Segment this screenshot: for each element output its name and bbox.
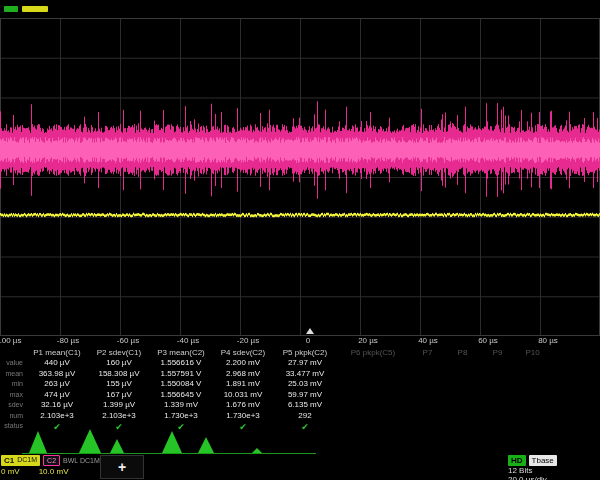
crosshair-button[interactable]: + bbox=[100, 455, 144, 479]
time-label: 0 bbox=[306, 336, 310, 345]
measure-value bbox=[515, 400, 550, 411]
measure-column-header[interactable]: P5 pkpk(C2) bbox=[274, 347, 336, 358]
measure-column-p7[interactable]: P7 bbox=[410, 347, 445, 433]
measure-value: 158.308 µV bbox=[88, 369, 150, 380]
measure-value bbox=[480, 390, 515, 401]
measure-value: 1.891 mV bbox=[212, 379, 274, 390]
time-axis: -100 µs-80 µs-60 µs-40 µs-20 µs020 µs40 … bbox=[0, 336, 600, 347]
measure-value: 160 µV bbox=[88, 358, 150, 369]
measure-column-header[interactable]: P7 bbox=[410, 347, 445, 358]
measure-value: 1.399 µV bbox=[88, 400, 150, 411]
measure-value: 6.135 mV bbox=[274, 400, 336, 411]
measure-value: 32.16 µV bbox=[26, 400, 88, 411]
descriptor-bar: C1 DC1M C2 BWL DC1M 0 mV 10.0 mV + HD Tb… bbox=[0, 454, 600, 480]
waveform-canvas[interactable] bbox=[0, 18, 600, 336]
measure-value: 474 µV bbox=[26, 390, 88, 401]
c1-header-chip[interactable]: C1 DC1M bbox=[1, 455, 40, 466]
measure-value bbox=[336, 369, 410, 380]
adc-bits: 12 Bits bbox=[508, 466, 598, 475]
measure-column-header[interactable]: P1 mean(C1) bbox=[26, 347, 88, 358]
measure-row-label: value bbox=[0, 358, 26, 369]
waveform-display[interactable] bbox=[0, 18, 600, 336]
measure-value bbox=[445, 390, 480, 401]
measure-value bbox=[445, 369, 480, 380]
measure-value: 440 µV bbox=[26, 358, 88, 369]
measure-status-check bbox=[445, 421, 480, 433]
measure-row-label: min bbox=[0, 379, 26, 390]
acquisition-status-marker bbox=[4, 6, 18, 12]
measure-value: 1.676 mV bbox=[212, 400, 274, 411]
measure-value: 1.557591 V bbox=[150, 369, 212, 380]
time-label: 60 µs bbox=[478, 336, 498, 345]
c2-coupling: BWL DC1M bbox=[63, 457, 100, 464]
measure-row-labels: valuemeanminmaxsdevnumstatus bbox=[0, 347, 26, 433]
measure-value: 25.03 mV bbox=[274, 379, 336, 390]
measure-column-header[interactable]: P10 bbox=[515, 347, 550, 358]
measure-column-p9[interactable]: P9 bbox=[480, 347, 515, 433]
measure-column-header[interactable]: P8 bbox=[445, 347, 480, 358]
measure-value bbox=[410, 358, 445, 369]
measure-value bbox=[515, 390, 550, 401]
measure-status-check bbox=[515, 421, 550, 433]
measure-column-p10[interactable]: P10 bbox=[515, 347, 550, 433]
tbase-chip[interactable]: Tbase bbox=[529, 455, 557, 466]
measure-value bbox=[480, 369, 515, 380]
trigger-time-marker[interactable] bbox=[306, 328, 314, 334]
measure-value bbox=[336, 411, 410, 422]
measure-value: 1.730e+3 bbox=[150, 411, 212, 422]
time-per-div: 20.0 µs/div bbox=[508, 475, 598, 480]
measure-column-header[interactable]: P2 sdev(C1) bbox=[88, 347, 150, 358]
measure-column-p2[interactable]: P2 sdev(C1)160 µV158.308 µV155 µV167 µV1… bbox=[88, 347, 150, 433]
measure-column-p3[interactable]: P3 mean(C2)1.556616 V1.557591 V1.550084 … bbox=[150, 347, 212, 433]
oscilloscope-screen: -100 µs-80 µs-60 µs-40 µs-20 µs020 µs40 … bbox=[0, 0, 600, 480]
measure-column-p8[interactable]: P8 bbox=[445, 347, 480, 433]
measure-value bbox=[410, 400, 445, 411]
measure-value: 1.550084 V bbox=[150, 379, 212, 390]
measure-value bbox=[480, 358, 515, 369]
time-label: -80 µs bbox=[57, 336, 79, 345]
measure-value: 1.730e+3 bbox=[212, 411, 274, 422]
crosshair-icon: + bbox=[118, 460, 126, 474]
measure-value: 167 µV bbox=[88, 390, 150, 401]
measure-column-header[interactable]: P3 mean(C2) bbox=[150, 347, 212, 358]
measurement-table[interactable]: valuemeanminmaxsdevnumstatusP1 mean(C1)4… bbox=[0, 347, 600, 433]
measure-value bbox=[515, 369, 550, 380]
measure-value bbox=[336, 379, 410, 390]
timebase-descriptor[interactable]: HD Tbase 12 Bits 20.0 µs/div bbox=[508, 455, 598, 480]
measure-status-check bbox=[336, 421, 410, 433]
time-label: -100 µs bbox=[0, 336, 21, 345]
measure-value: 292 bbox=[274, 411, 336, 422]
measure-column-p5[interactable]: P5 pkpk(C2)27.97 mV33.477 mV25.03 mV59.9… bbox=[274, 347, 336, 433]
measure-column-header[interactable]: P6 pkpk(C5) bbox=[336, 347, 410, 358]
measure-value: 2.103e+3 bbox=[88, 411, 150, 422]
c1-volts-per-div: 10.0 mV bbox=[39, 467, 69, 476]
measure-value bbox=[410, 390, 445, 401]
measure-column-header[interactable]: P4 sdev(C2) bbox=[212, 347, 274, 358]
measure-column-p1[interactable]: P1 mean(C1)440 µV363.98 µV263 µV474 µV32… bbox=[26, 347, 88, 433]
measure-value: 363.98 µV bbox=[26, 369, 88, 380]
measure-value bbox=[515, 411, 550, 422]
measure-value: 10.031 mV bbox=[212, 390, 274, 401]
measure-value bbox=[515, 379, 550, 390]
measure-column-p4[interactable]: P4 sdev(C2)2.200 mV2.968 mV1.891 mV10.03… bbox=[212, 347, 274, 433]
time-label: -20 µs bbox=[237, 336, 259, 345]
measure-row-label: sdev bbox=[0, 400, 26, 411]
hd-mode-chip: HD bbox=[508, 455, 526, 466]
measure-row-label: max bbox=[0, 390, 26, 401]
measure-column-p6[interactable]: P6 pkpk(C5) bbox=[336, 347, 410, 433]
measure-value: 59.97 mV bbox=[274, 390, 336, 401]
measure-value: 2.103e+3 bbox=[26, 411, 88, 422]
measure-value: 155 µV bbox=[88, 379, 150, 390]
measure-column-header[interactable]: P9 bbox=[480, 347, 515, 358]
measure-value bbox=[410, 411, 445, 422]
measure-value bbox=[480, 411, 515, 422]
measure-value bbox=[445, 358, 480, 369]
time-label: 40 µs bbox=[418, 336, 438, 345]
time-label: -60 µs bbox=[117, 336, 139, 345]
measure-value: 1.556645 V bbox=[150, 390, 212, 401]
c1-channel-label: C1 bbox=[4, 456, 14, 465]
c2-header-chip[interactable]: C2 bbox=[43, 455, 60, 466]
measure-value bbox=[336, 358, 410, 369]
measure-value bbox=[336, 390, 410, 401]
measure-value bbox=[480, 379, 515, 390]
